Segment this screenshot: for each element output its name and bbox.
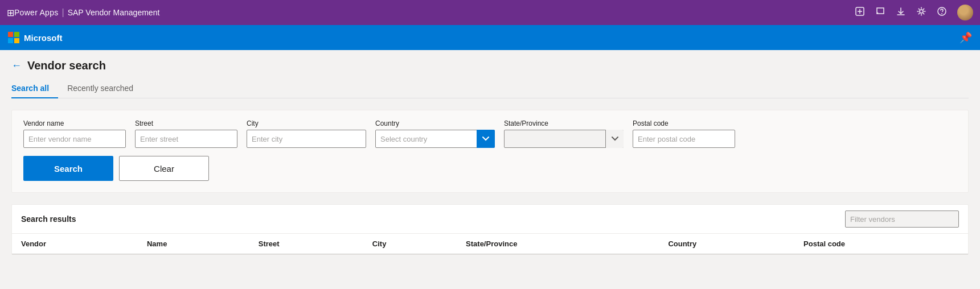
tab-search-all[interactable]: Search all <box>11 79 58 98</box>
form-fields-row: Vendor name Street City Country Select c… <box>23 119 957 148</box>
ms-bar-right: 📌 <box>960 31 972 44</box>
col-state: State/Province <box>457 234 659 254</box>
chat-icon[interactable] <box>875 6 885 19</box>
state-select-wrapper <box>504 130 624 148</box>
col-vendor: Vendor <box>12 234 138 254</box>
col-city: City <box>363 234 457 254</box>
user-avatar[interactable] <box>957 5 973 20</box>
search-button[interactable]: Search <box>23 156 113 181</box>
country-select-wrapper: Select country <box>375 130 495 148</box>
copilot-icon[interactable] <box>855 6 865 19</box>
city-label: City <box>247 119 366 127</box>
svg-point-3 <box>942 14 942 14</box>
results-header: Search results <box>12 205 968 234</box>
svg-point-1 <box>920 10 923 13</box>
download-icon[interactable] <box>896 6 906 19</box>
nav-separator: | <box>62 7 64 18</box>
grid-menu-button[interactable]: ⊞ <box>7 7 14 18</box>
page-header: ← Vendor search <box>11 59 969 72</box>
state-label: State/Province <box>504 119 624 127</box>
vendor-name-label: Vendor name <box>23 119 126 127</box>
street-input[interactable] <box>135 130 237 148</box>
top-navigation: ⊞ Power Apps | SAP Vendor Management <box>0 0 980 25</box>
col-name: Name <box>138 234 249 254</box>
postal-code-label: Postal code <box>633 119 735 127</box>
vendor-name-group: Vendor name <box>23 119 126 148</box>
search-form: Vendor name Street City Country Select c… <box>11 110 969 193</box>
clear-button[interactable]: Clear <box>119 156 209 181</box>
nav-power-apps: Power Apps <box>14 8 59 17</box>
grid-icon: ⊞ <box>7 7 14 18</box>
state-select[interactable] <box>504 130 624 148</box>
table-header-row: Vendor Name Street City State/Province C… <box>12 234 968 254</box>
table-header: Vendor Name Street City State/Province C… <box>12 234 968 254</box>
tab-recently-searched[interactable]: Recently searched <box>58 79 142 98</box>
col-street: Street <box>249 234 363 254</box>
top-nav-right <box>855 5 973 20</box>
microsoft-logo: Microsoft <box>8 32 63 43</box>
postal-code-group: Postal code <box>633 119 735 148</box>
filter-vendors-input[interactable] <box>845 210 959 228</box>
state-group: State/Province <box>504 119 624 148</box>
results-title: Search results <box>21 214 76 224</box>
back-button[interactable]: ← <box>11 60 22 72</box>
results-table: Vendor Name Street City State/Province C… <box>12 234 968 254</box>
col-postal: Postal code <box>794 234 968 254</box>
country-group: Country Select country <box>375 119 495 148</box>
country-select[interactable]: Select country <box>375 130 495 148</box>
page-content: ← Vendor search Search all Recently sear… <box>0 50 980 289</box>
col-country: Country <box>659 234 794 254</box>
vendor-name-input[interactable] <box>23 130 126 148</box>
form-buttons-row: Search Clear <box>23 156 957 181</box>
nav-app-name: SAP Vendor Management <box>68 8 160 17</box>
help-icon[interactable] <box>937 6 947 19</box>
ms-squares-icon <box>8 32 19 43</box>
settings-icon[interactable] <box>916 6 926 19</box>
city-group: City <box>247 119 366 148</box>
tabs-container: Search all Recently searched <box>11 79 969 98</box>
microsoft-bar: Microsoft 📌 <box>0 25 980 50</box>
pin-icon[interactable]: 📌 <box>960 31 972 44</box>
postal-code-input[interactable] <box>633 130 735 148</box>
street-group: Street <box>135 119 237 148</box>
country-label: Country <box>375 119 495 127</box>
street-label: Street <box>135 119 237 127</box>
city-input[interactable] <box>247 130 366 148</box>
ms-company-name: Microsoft <box>24 33 63 43</box>
search-results-section: Search results Vendor Name Street City S… <box>11 204 969 255</box>
page-title: Vendor search <box>27 59 106 72</box>
